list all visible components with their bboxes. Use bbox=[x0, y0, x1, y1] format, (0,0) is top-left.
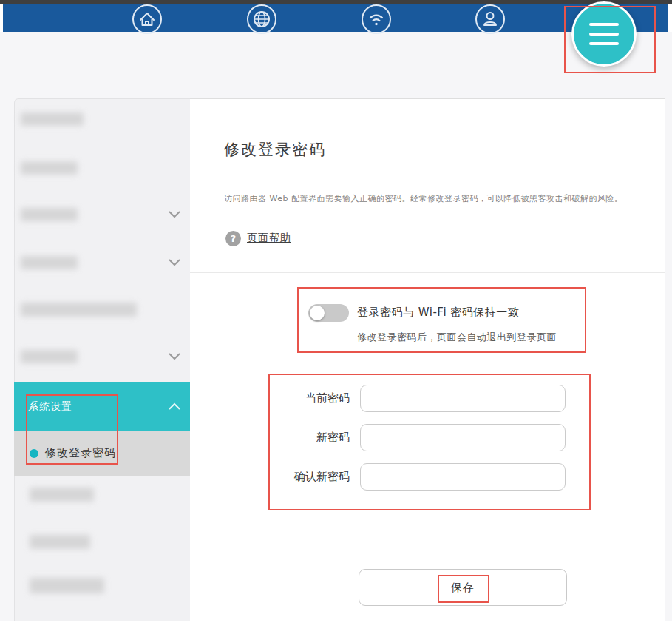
sidebar-item-change-login-password[interactable]: 修改登录密码 bbox=[14, 431, 190, 476]
redacted-submenu-item[interactable] bbox=[30, 535, 90, 549]
active-dot-icon bbox=[30, 449, 38, 458]
current-password-label: 当前密码 bbox=[268, 385, 350, 412]
new-password-label: 新密码 bbox=[268, 424, 350, 451]
redacted-menu-item[interactable] bbox=[21, 161, 78, 175]
new-password-field[interactable] bbox=[360, 424, 566, 451]
help-label: 页面帮助 bbox=[247, 232, 291, 245]
redacted-menu-item[interactable] bbox=[21, 256, 78, 269]
chevron-down-icon[interactable] bbox=[168, 258, 181, 267]
toggle-label: 登录密码与 Wi-Fi 密码保持一致 bbox=[357, 306, 519, 320]
section-divider bbox=[190, 272, 665, 273]
page-description: 访问路由器 Web 配置界面需要输入正确的密码。经常修改登录密码，可以降低被黑客… bbox=[224, 193, 638, 204]
redacted-menu-item[interactable] bbox=[21, 112, 84, 126]
sync-wifi-password-toggle[interactable] bbox=[308, 304, 349, 322]
menu-icon bbox=[589, 23, 619, 26]
top-navbar bbox=[3, 4, 668, 32]
chevron-down-icon[interactable] bbox=[168, 352, 181, 361]
page-title: 修改登录密码 bbox=[224, 139, 326, 160]
home-icon[interactable] bbox=[132, 4, 163, 35]
save-button[interactable]: 保存 bbox=[359, 569, 567, 606]
chevron-down-icon[interactable] bbox=[168, 210, 181, 219]
page-help-link[interactable]: ? 页面帮助 bbox=[225, 230, 291, 246]
chevron-up-icon bbox=[168, 402, 181, 411]
current-password-field[interactable] bbox=[360, 385, 566, 412]
toggle-note: 修改登录密码后，页面会自动退出到登录页面 bbox=[357, 331, 557, 344]
redacted-menu-item[interactable] bbox=[21, 208, 78, 221]
question-icon: ? bbox=[225, 231, 241, 246]
wifi-icon[interactable] bbox=[361, 4, 392, 35]
redacted-menu-item[interactable] bbox=[21, 350, 78, 363]
menu-button[interactable] bbox=[571, 1, 637, 67]
redacted-menu-item[interactable] bbox=[21, 303, 137, 317]
internet-icon[interactable] bbox=[246, 4, 277, 35]
group-label: 系统设置 bbox=[28, 382, 72, 431]
redacted-submenu-item[interactable] bbox=[30, 578, 104, 593]
main-panel bbox=[190, 98, 665, 621]
user-icon[interactable] bbox=[475, 4, 506, 35]
router-admin-page: 系统设置 修改登录密码 修改登录密码 访问路由器 Web 配置界面需要输入正确的… bbox=[0, 0, 672, 637]
sidebar-item-label: 修改登录密码 bbox=[45, 431, 116, 476]
toggle-knob bbox=[310, 306, 325, 320]
confirm-password-field[interactable] bbox=[360, 463, 566, 491]
sidebar-group-system-settings[interactable]: 系统设置 bbox=[14, 382, 190, 431]
confirm-password-label: 确认新密码 bbox=[268, 463, 350, 491]
redacted-submenu-item[interactable] bbox=[30, 488, 94, 502]
